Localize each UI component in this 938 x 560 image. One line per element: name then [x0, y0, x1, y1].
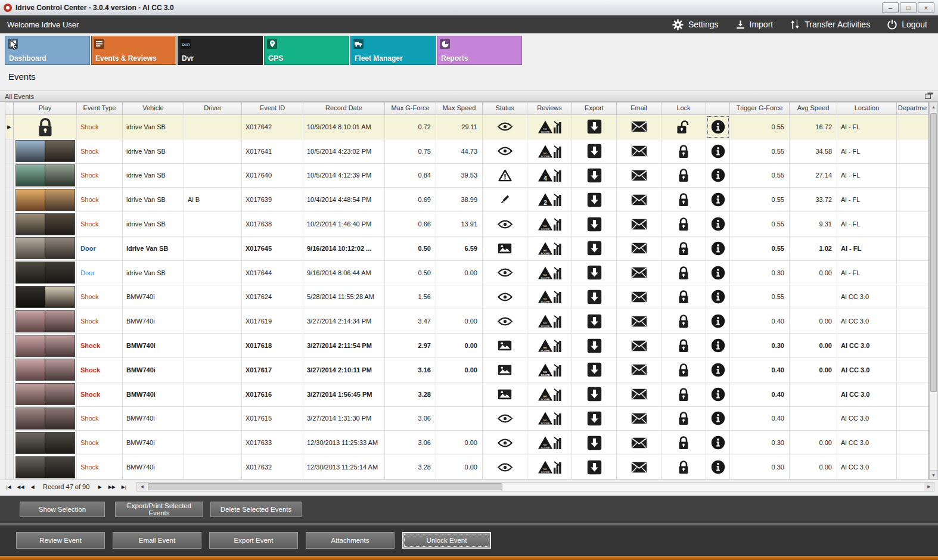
info-icon[interactable]	[711, 217, 725, 231]
transfer-activities-button[interactable]: Transfer Activities	[790, 19, 870, 30]
review-event-button[interactable]: Review Event	[16, 532, 105, 549]
cell-reviews[interactable]: NOSCORE	[527, 237, 572, 260]
column-header[interactable]: Driver	[184, 102, 242, 114]
cell-email[interactable]	[617, 309, 661, 333]
cell-export[interactable]	[572, 309, 617, 333]
cell-info[interactable]	[706, 164, 730, 188]
cell-email[interactable]	[617, 188, 661, 211]
email-icon[interactable]	[631, 242, 647, 254]
cell-info[interactable]	[706, 212, 730, 236]
column-header[interactable]: Event Type	[77, 102, 123, 114]
lock-icon[interactable]	[678, 144, 689, 158]
event-thumbnail[interactable]	[15, 140, 75, 162]
email-icon[interactable]	[631, 291, 647, 303]
cell-reviews[interactable]: NOSCORE	[527, 455, 572, 479]
unlock-event-button[interactable]: Unlock Event	[402, 532, 491, 549]
table-row[interactable]: ShockBMW740iX0176193/27/2014 2:14:34 PM3…	[5, 309, 928, 334]
email-icon[interactable]	[631, 145, 647, 157]
review-score-badge[interactable]: NOSCORE	[538, 363, 561, 377]
cell-lock[interactable]	[661, 358, 706, 382]
show-selection-button[interactable]: Show Selection	[20, 502, 105, 517]
table-row[interactable]: Shockidrive Van SBX01764110/5/2014 4:23:…	[5, 139, 928, 164]
cell-export[interactable]	[572, 455, 617, 479]
event-thumbnail[interactable]	[15, 456, 75, 478]
scroll-down-icon[interactable]: ▼	[930, 470, 937, 479]
prev-record-button[interactable]: ◀	[27, 483, 38, 491]
cell-info[interactable]	[706, 188, 730, 211]
email-icon[interactable]	[631, 340, 647, 351]
info-icon[interactable]	[711, 168, 725, 182]
export-icon[interactable]	[587, 387, 602, 402]
column-header[interactable]: Departme	[897, 102, 928, 114]
review-score-badge[interactable]: 2	[538, 192, 561, 207]
review-score-badge[interactable]: NOSCORE	[538, 460, 561, 474]
column-header[interactable]: Avg Speed	[790, 102, 837, 114]
next-page-button[interactable]: ▶▶	[107, 483, 117, 491]
cell-export[interactable]	[572, 115, 617, 139]
cell-status[interactable]	[483, 115, 527, 139]
cell-info[interactable]	[706, 334, 730, 357]
table-row[interactable]: Shockidrive Van SBAl BX01763910/4/2014 4…	[5, 188, 928, 212]
event-thumbnail[interactable]	[15, 286, 75, 308]
cell-lock[interactable]	[661, 237, 706, 260]
info-icon[interactable]	[711, 411, 725, 425]
export-icon[interactable]	[587, 241, 602, 256]
email-icon[interactable]	[631, 388, 647, 400]
lock-icon[interactable]	[678, 363, 689, 377]
scroll-up-icon[interactable]: ▲	[930, 102, 937, 111]
lock-icon[interactable]	[678, 314, 689, 328]
info-icon[interactable]	[711, 338, 725, 353]
info-icon[interactable]	[711, 241, 725, 256]
column-header[interactable]: Status	[483, 102, 527, 114]
column-header[interactable]: Vehicle	[123, 102, 184, 114]
review-score-badge[interactable]: NOSCORE	[538, 241, 561, 256]
info-icon[interactable]	[711, 363, 725, 377]
scroll-left-icon[interactable]: ◀	[137, 483, 147, 491]
horizontal-scroll-thumb[interactable]	[148, 483, 502, 490]
table-row[interactable]: ShockBMW740iX0176173/27/2014 2:10:11 PM3…	[5, 358, 928, 382]
export-icon[interactable]	[587, 168, 602, 183]
export-icon[interactable]	[587, 435, 602, 450]
lock-icon[interactable]	[678, 266, 689, 280]
lock-icon[interactable]	[678, 411, 689, 425]
cell-export[interactable]	[572, 164, 617, 188]
cell-lock[interactable]	[661, 431, 706, 455]
email-icon[interactable]	[631, 413, 647, 424]
cell-status[interactable]	[483, 212, 527, 236]
column-header[interactable]: Location	[837, 102, 897, 114]
cell-export[interactable]	[572, 382, 617, 406]
export-icon[interactable]	[587, 460, 602, 475]
event-thumbnail[interactable]	[15, 213, 75, 235]
last-record-button[interactable]: ▶|	[119, 483, 129, 491]
email-icon[interactable]	[631, 219, 647, 230]
email-icon[interactable]	[631, 267, 647, 278]
table-row[interactable]: Dooridrive Van SBX0176459/16/2014 10:12:…	[5, 237, 928, 261]
tab-dvr[interactable]: DVRDvr	[178, 36, 263, 65]
logout-button[interactable]: Logout	[887, 19, 927, 30]
table-row[interactable]: Shockidrive Van SBX01764010/5/2014 4:12:…	[5, 164, 928, 188]
column-header[interactable]: Lock	[661, 102, 706, 114]
cell-reviews[interactable]: NOSCORE	[527, 382, 572, 406]
column-header[interactable]	[706, 102, 730, 114]
cell-reviews[interactable]: 4	[527, 164, 572, 188]
tab-dashboard[interactable]: Dashboard	[5, 36, 90, 65]
prev-page-button[interactable]: ◀◀	[15, 483, 26, 491]
close-button[interactable]: ×	[918, 2, 934, 13]
cell-email[interactable]	[617, 455, 661, 479]
cell-play[interactable]	[14, 431, 77, 455]
lock-icon[interactable]	[678, 217, 689, 231]
cell-status[interactable]	[483, 164, 527, 188]
cell-play[interactable]	[14, 334, 77, 357]
cell-email[interactable]	[617, 164, 661, 188]
export-icon[interactable]	[587, 192, 602, 207]
event-thumbnail[interactable]	[15, 164, 75, 186]
tab-events-reviews[interactable]: Events & Reviews	[91, 36, 176, 65]
cell-email[interactable]	[617, 139, 661, 163]
cell-info[interactable]	[706, 431, 730, 455]
table-row[interactable]: ShockBMW740iX0176153/27/2014 1:31:30 PM3…	[5, 407, 928, 431]
cell-lock[interactable]	[661, 261, 706, 285]
export-event-button[interactable]: Export Event	[209, 532, 298, 549]
table-row[interactable]: ShockBMW740iX0176245/28/2014 11:55:28 AM…	[5, 285, 928, 310]
info-icon[interactable]	[711, 120, 725, 134]
review-score-badge[interactable]: NOSCORE	[538, 266, 561, 280]
